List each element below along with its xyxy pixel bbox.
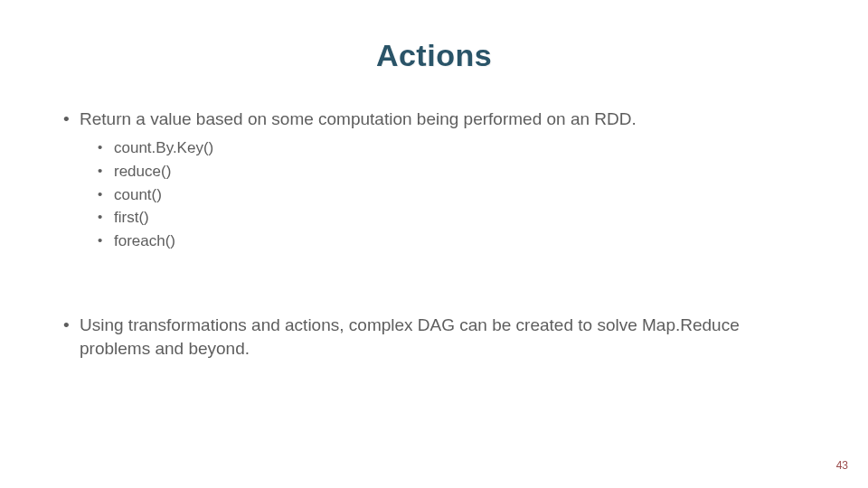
inner-item-3: first() bbox=[96, 208, 814, 229]
inner-item-4: foreach() bbox=[96, 231, 814, 252]
inner-item-0: count.By.Key() bbox=[96, 138, 814, 159]
inner-item-1: reduce() bbox=[96, 162, 814, 183]
bullet-main-2-text: Using transformations and actions, compl… bbox=[80, 315, 740, 358]
slide-title: Actions bbox=[0, 38, 868, 73]
bullet-main-1: Return a value based on some computation… bbox=[54, 108, 814, 252]
outer-list: Return a value based on some computation… bbox=[54, 108, 814, 361]
slide-body: Return a value based on some computation… bbox=[54, 108, 814, 361]
inner-list: count.By.Key() reduce() count() first() … bbox=[80, 138, 814, 253]
page-number: 43 bbox=[836, 459, 848, 472]
bullet-main-2: Using transformations and actions, compl… bbox=[54, 314, 814, 360]
inner-item-2: count() bbox=[96, 185, 814, 206]
bullet-main-1-text: Return a value based on some computation… bbox=[80, 109, 637, 128]
